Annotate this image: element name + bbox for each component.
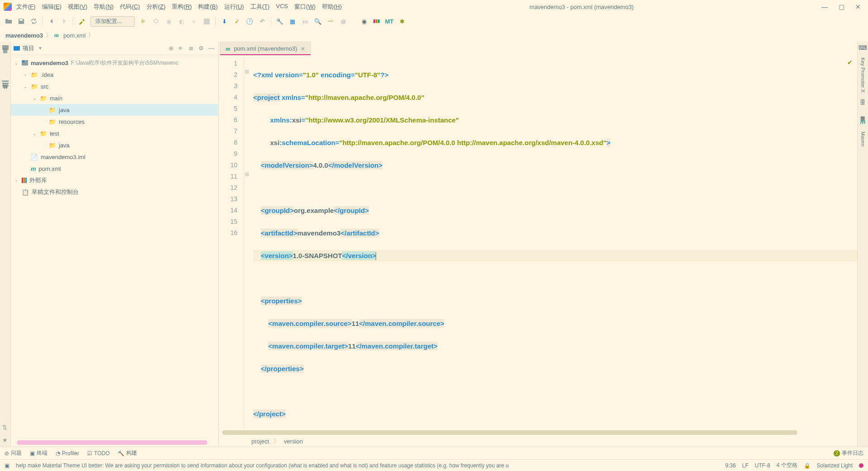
git-dot-icon[interactable] [859,463,863,468]
open-icon[interactable] [5,17,13,25]
breadcrumb-root[interactable]: mavendemo3 [5,32,43,39]
structure-tab[interactable]: 结构 [2,90,9,96]
profiler-tool[interactable]: ◔ Profiler [56,450,79,457]
tree-iml[interactable]: 📄mavendemo3.iml [11,151,218,163]
debug-icon[interactable] [152,17,160,25]
editor-crumb-version[interactable]: version [284,438,303,445]
menu-edit[interactable]: 编辑(E) [42,3,61,11]
project-hscrollbar[interactable] [17,440,207,445]
breadcrumb-file[interactable]: pom.xml [63,32,85,39]
expand-all-icon[interactable]: ≡ [179,45,186,52]
menu-vcs[interactable]: VCS [276,3,288,11]
maven-tab[interactable]: Maven [860,130,866,148]
menu-run[interactable]: 运行(U) [224,3,244,11]
fold-gutter[interactable]: ⊟ ⊟ [244,55,251,429]
project-tab[interactable]: 项目 [2,54,9,60]
git-commit-icon[interactable]: ✓ [233,17,241,25]
todo-tool[interactable]: ☑ TODO [87,450,109,457]
tree-test[interactable]: ⌄📁test [11,127,218,139]
menu-navigate[interactable]: 导航(N) [94,3,113,11]
tree-main[interactable]: ⌄📁main [11,92,218,104]
tree-pom[interactable]: mpom.xml [11,163,218,174]
run-icon[interactable] [139,17,147,25]
eventlog-tool[interactable]: 2 事件日志 [834,449,863,457]
save-icon[interactable] [17,17,25,25]
git-revert-icon[interactable]: ↶ [258,17,266,25]
minimize-icon[interactable]: — [821,3,828,10]
tab-close-icon[interactable]: ✕ [301,46,305,52]
colors-icon[interactable] [373,17,381,25]
menu-code[interactable]: 代码(C) [120,3,140,11]
attach-icon[interactable]: ⎆ [190,17,198,25]
back-icon[interactable] [47,17,56,25]
database-icon[interactable]: 🗄 [860,99,866,106]
locate-icon[interactable]: ⊕ [169,45,176,52]
menu-window[interactable]: 窗口(W) [294,3,316,11]
git-update-icon[interactable]: ⬇ [220,17,228,25]
code-content[interactable]: <?xml version="1.0" encoding="UTF-8"?> <… [251,55,857,429]
tree-scratch[interactable]: 📋草稿文件和控制台 [11,186,218,198]
tab-pom[interactable]: m pom.xml (mavendemo3) ✕ [220,42,311,55]
menu-analyze[interactable]: 分析(Z) [146,3,166,11]
sync-icon[interactable] [30,17,38,25]
commit-tool-icon[interactable]: ⇅ [2,424,9,430]
terminal-tool[interactable]: ▣ 终端 [30,449,47,457]
maximize-icon[interactable]: ▢ [839,3,844,10]
project-tree[interactable]: ⌄ mavendemo3 F:\Java程序\软件开发架构平台\SSM\mave… [11,55,218,438]
search-icon[interactable]: 🔍 [314,17,322,25]
git-history-icon[interactable]: 🕑 [245,17,254,25]
wrench-icon[interactable]: 🔧 [276,17,284,25]
tree-java-main[interactable]: 📁java [11,104,218,116]
hide-panel-icon[interactable]: — [208,45,216,52]
tree-external-libs[interactable]: ›外部库 [11,174,218,186]
theme-indicator[interactable]: Solarized Light [817,462,853,469]
favorites-icon[interactable]: ★ [2,437,9,443]
indent-info[interactable]: 4 个空格 [777,462,797,469]
menu-view[interactable]: 视图(V) [68,3,87,11]
menu-build[interactable]: 构建(B) [198,3,217,11]
phone-icon[interactable]: ▭ [301,17,309,25]
menu-help[interactable]: 帮助(H) [322,3,342,11]
editor-crumb-project[interactable]: project [251,438,269,445]
tree-java-test[interactable]: 📁java [11,139,218,151]
code-editor[interactable]: ✔ 12345678910111213141516 ⊟ ⊟ <?xml vers… [219,55,857,429]
keypromoter-icon[interactable]: ⌨ [859,44,867,51]
tree-src[interactable]: ⌄📁src [11,80,218,92]
line-gutter[interactable]: 12345678910111213141516 [219,55,244,429]
forward-icon[interactable] [60,17,68,25]
sonar-icon[interactable]: 〰 [326,17,335,25]
close-icon[interactable]: ✕ [855,3,861,10]
menu-file[interactable]: 文件(F) [16,3,36,11]
chevron-down-icon[interactable]: ▼ [38,46,42,51]
file-encoding[interactable]: UTF-8 [755,462,770,469]
db-tool-icon[interactable]: ▦ [288,17,297,25]
menu-tools[interactable]: 工具(T) [250,3,270,11]
project-icon[interactable] [2,44,9,51]
tree-idea[interactable]: ›📁.idea [11,69,218,80]
tree-resources[interactable]: 📁resources [11,116,218,127]
editor-hscrollbar[interactable] [222,430,797,435]
inspection-ok-icon[interactable]: ✔ [847,59,853,66]
problems-tool[interactable]: ⊘ 问题 [5,449,22,457]
toolwindows-icon[interactable]: ▣ [5,462,9,469]
profile-icon[interactable]: ◐ [177,17,185,25]
database-tab[interactable]: 数据库 [859,110,866,114]
puzzle-icon[interactable]: ✱ [398,17,406,25]
build-tool[interactable]: 🔨 构建 [118,449,137,457]
maven-icon[interactable]: m [860,118,866,125]
no-icon[interactable]: ⊘ [339,17,347,25]
help-circle-icon[interactable]: ◉ [360,17,368,25]
run-config-combo[interactable]: 添加配置... [90,16,135,27]
gear-icon[interactable]: ⚙ [198,45,206,52]
cursor-position[interactable]: 9:36 [725,462,736,469]
tree-root[interactable]: ⌄ mavendemo3 F:\Java程序\软件开发架构平台\SSM\mave… [11,57,218,69]
hammer-icon[interactable] [78,17,86,25]
structure-icon[interactable] [2,80,9,87]
keypromoter-tab[interactable]: Key Promoter X [860,56,866,94]
menu-refactor[interactable]: 重构(R) [172,3,192,11]
collapse-all-icon[interactable]: ≣ [189,45,196,52]
stop-icon[interactable] [203,17,211,25]
line-separator[interactable]: LF [742,462,749,469]
lock-icon[interactable]: 🔒 [804,462,811,469]
material-icon[interactable]: MT [385,17,393,25]
